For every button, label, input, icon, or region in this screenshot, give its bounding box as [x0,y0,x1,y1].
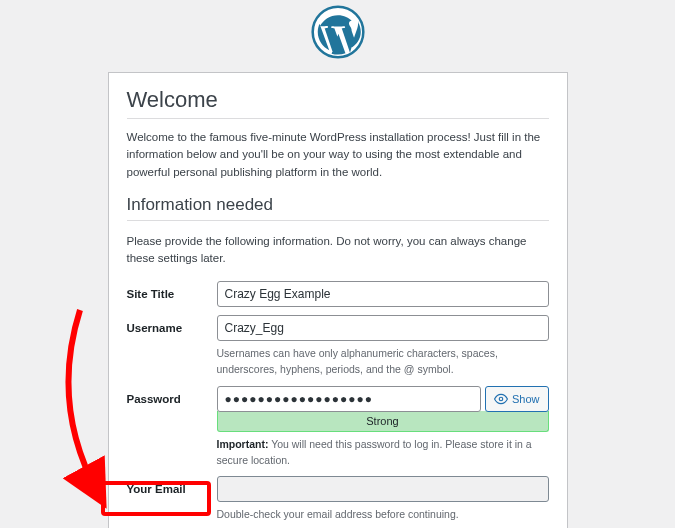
intro-text: Welcome to the famous five-minute WordPr… [127,129,549,181]
wordpress-logo [0,0,675,62]
username-label: Username [127,315,217,336]
site-title-label: Site Title [127,281,217,302]
install-card: Welcome Welcome to the famous five-minut… [108,72,568,528]
sub-text: Please provide the following information… [127,233,549,268]
site-title-input[interactable] [217,281,549,307]
password-label: Password [127,386,217,407]
password-input[interactable] [217,386,481,412]
eye-icon [494,392,508,406]
annotation-arrow [30,305,120,515]
password-hint: Important: You will need this password t… [217,437,549,469]
username-input[interactable] [217,315,549,341]
email-label: Your Email [127,476,217,497]
username-hint: Usernames can have only alphanumeric cha… [217,346,549,378]
welcome-heading: Welcome [127,87,549,119]
email-hint: Double-check your email address before c… [217,507,549,523]
password-strength: Strong [217,411,549,432]
show-password-button[interactable]: Show [485,386,549,412]
email-input[interactable] [217,476,549,502]
info-heading: Information needed [127,195,549,221]
svg-point-1 [499,397,503,401]
